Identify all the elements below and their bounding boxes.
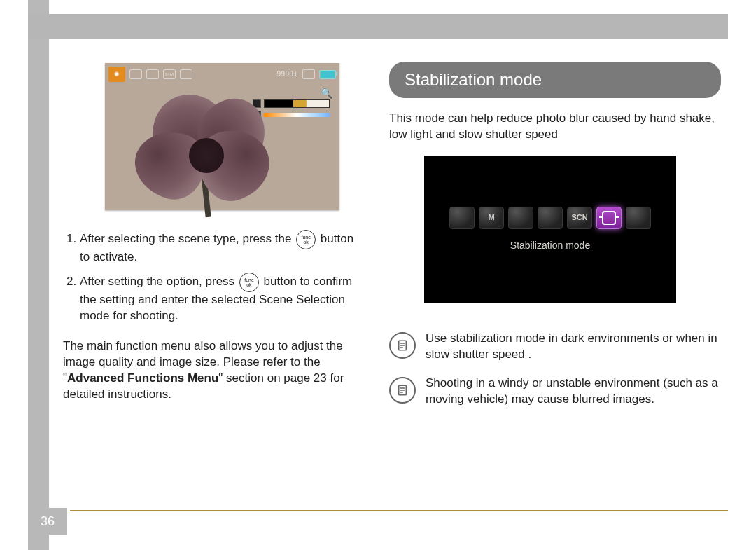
manual-page: ✺ 14M 9999+ 🔍 bbox=[0, 0, 756, 550]
left-column: ✺ 14M 9999+ 🔍 bbox=[63, 55, 361, 508]
mode-icon-row: MSCN bbox=[449, 207, 651, 229]
page-number: 36 bbox=[28, 508, 67, 535]
func-ok-button-icon: funcok bbox=[296, 230, 316, 249]
page-columns: ✺ 14M 9999+ 🔍 bbox=[49, 49, 728, 508]
header-bar bbox=[28, 14, 728, 39]
left-margin-bar bbox=[28, 0, 49, 550]
mode-icon: M bbox=[479, 207, 504, 229]
storage-icon bbox=[302, 69, 315, 79]
mode-icon: SCN bbox=[567, 207, 592, 229]
step-2-text-pre: After setting the option, press bbox=[80, 275, 238, 288]
camera-mode-menu: MSCN Stabilization mode bbox=[424, 156, 676, 303]
step-1: After selecting the scene type, press th… bbox=[80, 230, 361, 266]
mode-icon bbox=[538, 207, 563, 229]
selected-mode-label: Stabilization mode bbox=[510, 239, 590, 252]
sample-photo-flower bbox=[119, 88, 280, 210]
step-2: After setting the option, press funcok b… bbox=[80, 273, 361, 324]
scene-mode-chip-icon: ✺ bbox=[108, 67, 125, 82]
instruction-steps: After selecting the scene type, press th… bbox=[63, 230, 361, 324]
mode-stabilization-icon bbox=[596, 207, 622, 229]
note-icon bbox=[389, 377, 416, 404]
stabilization-intro: This mode can help reduce photo blur cau… bbox=[389, 111, 721, 143]
note-icon bbox=[389, 332, 416, 359]
magnify-icon: 🔍 bbox=[321, 87, 332, 100]
note-2-text: Shooting in a windy or unstable environm… bbox=[426, 376, 718, 408]
metering-icon bbox=[146, 69, 159, 79]
camera-lcd-preview: ✺ 14M 9999+ 🔍 bbox=[105, 63, 340, 210]
lcd-status-bar: ✺ 14M 9999+ bbox=[108, 67, 336, 82]
image-size-icon: 14M bbox=[163, 69, 176, 79]
step-1-text-pre: After selecting the scene type, press th… bbox=[80, 232, 295, 245]
footer-rule bbox=[70, 510, 728, 511]
mode-icon bbox=[626, 207, 651, 229]
card-icon bbox=[180, 69, 192, 79]
mode-icon bbox=[508, 207, 533, 229]
advanced-functions-menu-ref: Advanced Functions Menu bbox=[67, 371, 218, 385]
right-column: Stabilization mode This mode can help re… bbox=[389, 55, 721, 508]
mode-icon bbox=[449, 207, 475, 229]
note-2: Shooting in a windy or unstable environm… bbox=[389, 376, 718, 408]
shots-remaining: 9999+ bbox=[276, 69, 298, 79]
focus-icon bbox=[130, 69, 142, 79]
note-1-text: Use stabilization mode in dark environme… bbox=[426, 331, 718, 363]
note-1: Use stabilization mode in dark environme… bbox=[389, 331, 718, 363]
func-ok-button-icon: funcok bbox=[239, 273, 259, 292]
battery-icon bbox=[319, 70, 336, 79]
section-title-pill: Stabilization mode bbox=[389, 62, 721, 98]
main-function-paragraph: The main function menu also allows you t… bbox=[63, 338, 361, 403]
